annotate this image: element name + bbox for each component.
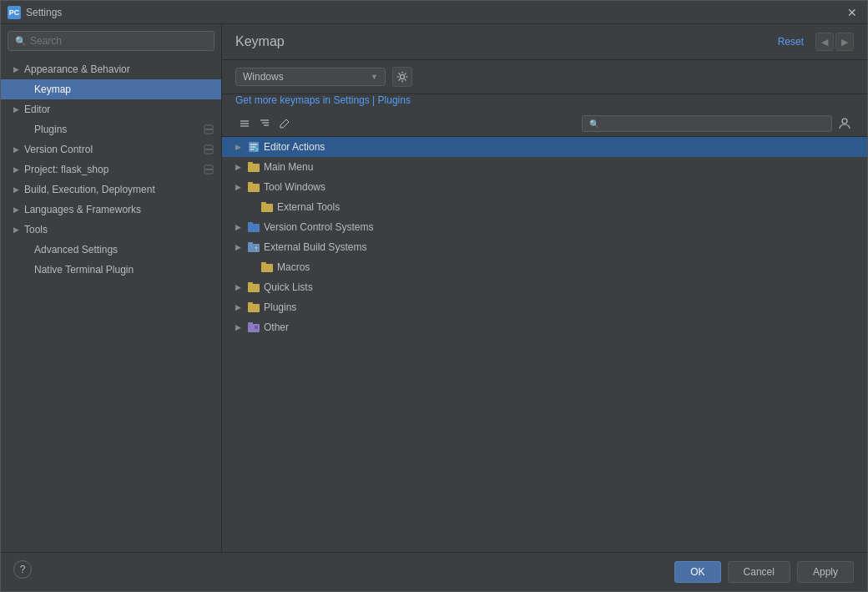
main-menu-icon: [247, 160, 260, 174]
search-icon: 🔍: [15, 36, 27, 47]
sidebar-item-label: Version Control: [24, 144, 93, 155]
expand-icon: ▶: [232, 281, 244, 293]
sidebar-item-build[interactable]: ▶ Build, Execution, Deployment: [1, 180, 221, 200]
chevron-spacer: [21, 245, 31, 255]
help-area: ?: [13, 560, 32, 579]
svg-rect-24: [248, 242, 253, 245]
sidebar-item-label: Project: flask_shop: [24, 164, 108, 175]
tree-item-label: Editor Actions: [264, 141, 325, 153]
tree-item-label: External Tools: [277, 201, 340, 213]
edit-button[interactable]: [275, 114, 294, 133]
expand-all-button[interactable]: [235, 114, 254, 133]
close-button[interactable]: ✕: [844, 4, 860, 21]
tree-item-other[interactable]: ▶ Other: [222, 317, 867, 337]
ok-button[interactable]: OK: [674, 561, 720, 583]
tree-area: ▶ Editor Actions ▶: [222, 137, 867, 552]
vc-badge: [203, 144, 214, 155]
plugins-tree-icon: [247, 301, 260, 314]
sidebar-item-languages[interactable]: ▶ Languages & Frameworks: [1, 200, 221, 220]
tree-item-plugins[interactable]: ▶ Plugins: [222, 297, 867, 317]
other-icon: [247, 321, 260, 334]
search-icon: 🔍: [589, 119, 599, 129]
gear-button[interactable]: [392, 67, 412, 87]
main-title: Keymap: [235, 34, 773, 49]
sidebar-item-project[interactable]: ▶ Project: flask_shop: [1, 159, 221, 180]
tree-item-vcs[interactable]: ▶ Version Control Systems: [222, 217, 867, 237]
svg-point-6: [401, 75, 405, 79]
help-button[interactable]: ?: [13, 560, 32, 579]
collapse-all-button[interactable]: [255, 114, 274, 133]
svg-rect-15: [248, 164, 260, 172]
sidebar-item-tools[interactable]: ▶ Tools: [1, 220, 221, 240]
nav-arrows: ◀ ▶: [815, 33, 854, 51]
sidebar-item-label: Build, Execution, Deployment: [24, 184, 155, 195]
svg-rect-27: [261, 262, 266, 265]
svg-rect-30: [248, 304, 260, 312]
expand-icon: ▶: [232, 141, 244, 153]
sidebar-item-plugins[interactable]: Plugins: [1, 119, 221, 139]
plugins-link[interactable]: Plugins: [378, 94, 411, 106]
tree-search[interactable]: 🔍: [582, 115, 832, 132]
svg-rect-28: [248, 284, 260, 292]
svg-rect-21: [248, 224, 260, 232]
svg-point-13: [842, 119, 847, 124]
svg-rect-20: [261, 202, 266, 205]
svg-rect-19: [261, 204, 273, 212]
svg-rect-22: [248, 222, 253, 225]
sidebar-item-label: Plugins: [34, 124, 67, 135]
tree-item-external-tools[interactable]: External Tools: [222, 197, 867, 217]
expand-icon: ▶: [232, 181, 244, 193]
sidebar-item-label: Appearance & Behavior: [24, 63, 130, 75]
link-prefix: Get more keymaps in: [235, 94, 333, 106]
expand-icon: ▶: [232, 301, 244, 313]
keymap-value: Windows: [243, 71, 366, 83]
forward-button[interactable]: ▶: [835, 33, 854, 51]
plugins-badge: [203, 124, 214, 135]
cancel-button[interactable]: Cancel: [728, 561, 790, 583]
tree-item-editor-actions[interactable]: ▶ Editor Actions: [222, 137, 867, 157]
window-title: Settings: [26, 7, 844, 18]
sidebar-item-editor[interactable]: ▶ Editor: [1, 99, 221, 119]
expand-icon-spacer: [245, 261, 257, 273]
tree-item-external-build[interactable]: ▶ External Build Systems: [222, 237, 867, 257]
sidebar-search[interactable]: 🔍: [8, 31, 214, 51]
chevron-right-icon: ▶: [11, 144, 21, 154]
tree-item-label: Other: [264, 321, 289, 333]
svg-rect-16: [248, 162, 253, 164]
tree-item-main-menu[interactable]: ▶ Main Menu: [222, 157, 867, 177]
person-icon-button[interactable]: [835, 114, 854, 133]
content-area: 🔍 ▶ Appearance & Behavior Keymap ▶ Edito…: [1, 24, 867, 552]
chevron-down-icon: ▼: [371, 73, 378, 81]
tree-search-input[interactable]: [603, 118, 825, 129]
reset-button[interactable]: Reset: [773, 34, 809, 49]
sidebar-search-input[interactable]: [30, 35, 207, 47]
sidebar-item-label: Keymap: [34, 83, 71, 95]
expand-icon: ▶: [232, 221, 244, 233]
main-panel: Keymap Reset ◀ ▶ Windows ▼: [222, 24, 867, 552]
sidebar-item-advanced[interactable]: Advanced Settings: [1, 240, 221, 260]
sidebar-item-label: Editor: [24, 104, 50, 115]
sidebar-item-native-terminal[interactable]: Native Terminal Plugin: [1, 260, 221, 280]
sidebar-item-version-control[interactable]: ▶ Version Control: [1, 139, 221, 159]
tree-item-tool-windows[interactable]: ▶ Tool Windows: [222, 177, 867, 197]
tree-item-label: Macros: [277, 261, 310, 273]
chevron-spacer: [21, 84, 31, 94]
expand-icon-spacer: [245, 201, 257, 213]
chevron-right-icon: ▶: [11, 205, 21, 215]
svg-rect-26: [261, 264, 273, 272]
tree-item-quick-lists[interactable]: ▶ Quick Lists: [222, 277, 867, 297]
sidebar-item-appearance[interactable]: ▶ Appearance & Behavior: [1, 59, 221, 79]
svg-rect-33: [248, 322, 253, 325]
settings-link[interactable]: Settings: [333, 94, 369, 106]
svg-rect-31: [248, 302, 253, 305]
apply-button[interactable]: Apply: [797, 561, 854, 583]
keymap-dropdown[interactable]: Windows ▼: [235, 68, 386, 86]
expand-icon: ▶: [232, 321, 244, 333]
svg-rect-17: [248, 184, 260, 192]
back-button[interactable]: ◀: [815, 33, 834, 51]
sidebar-items: ▶ Appearance & Behavior Keymap ▶ Editor …: [1, 58, 221, 552]
tool-windows-icon: [247, 180, 260, 194]
tree-item-macros[interactable]: Macros: [222, 257, 867, 277]
sidebar-item-keymap[interactable]: Keymap: [1, 79, 221, 99]
tree-toolbar: 🔍: [222, 111, 867, 137]
